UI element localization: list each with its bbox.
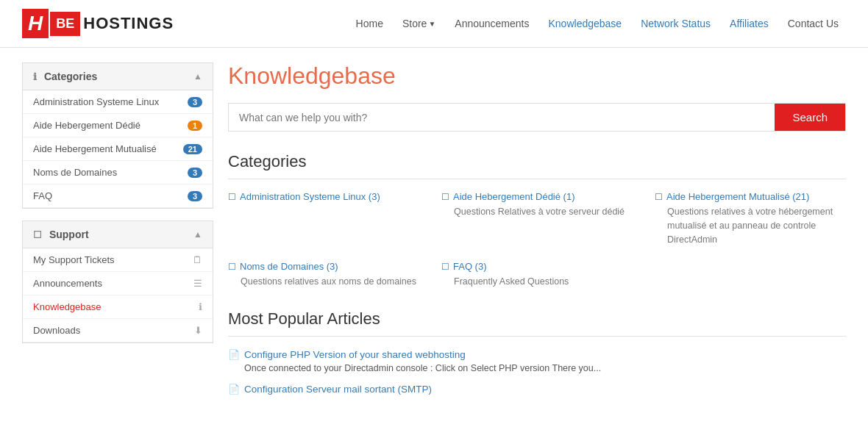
header: H BE HOSTINGS Home Store ▼ Announcements… — [0, 0, 868, 48]
category-icon: ☐ — [441, 262, 449, 272]
support-tickets-label: My Support Tickets — [33, 254, 115, 265]
sidebar-categories-header: ℹ Categories ▲ — [23, 63, 213, 90]
article-content: Configuration Serveur mail sortant (SMTP… — [244, 383, 432, 395]
sidebar-item-domaines[interactable]: Noms de Domaines 3 — [23, 161, 213, 184]
category-faq-link[interactable]: ☐ FAQ (3) — [441, 261, 633, 272]
nav-affiliates[interactable]: Affiliates — [722, 13, 776, 34]
sidebar-support-panel: ☐ Support ▲ My Support Tickets 🗒 Announc… — [22, 220, 213, 343]
category-aide-mutualise-link[interactable]: ☐ Aide Hebergement Mutualisé (21) — [655, 191, 846, 202]
article-item-smtp: 📄 Configuration Serveur mail sortant (SM… — [228, 383, 846, 395]
category-link-text: FAQ (3) — [453, 261, 487, 272]
sidebar-item-badge: 3 — [188, 168, 202, 178]
category-link-text: Aide Hebergement Mutualisé (21) — [666, 191, 809, 202]
sidebar-categories-list: Administration Systeme Linux 3 Aide Hebe… — [23, 90, 213, 208]
category-icon: ☐ — [228, 262, 236, 272]
category-faq: ☐ FAQ (3) Fraquently Asked Questions — [441, 261, 633, 289]
sidebar-item-badge: 1 — [188, 121, 202, 131]
search-input[interactable] — [229, 104, 775, 131]
logo-be: BE — [50, 12, 80, 36]
sidebar-item-label: Noms de Domaines — [33, 167, 117, 178]
sidebar-item-faq[interactable]: FAQ 3 — [23, 184, 213, 208]
categories-grid: ☐ Administration Systeme Linux (3) ☐ Aid… — [228, 191, 846, 289]
chevron-up-icon: ▲ — [193, 71, 202, 82]
search-button[interactable]: Search — [775, 104, 845, 131]
list-icon: ☰ — [193, 278, 202, 289]
category-domaines: ☐ Noms de Domaines (3) Questions relativ… — [228, 261, 419, 289]
category-desc: Questions Relatives à votre serveur dédi… — [441, 205, 633, 219]
category-desc: Questions relatives aux noms de domaines — [228, 275, 419, 289]
sidebar-knowledgebase[interactable]: Knowledgebase ℹ — [23, 295, 213, 319]
category-icon: ☐ — [655, 192, 663, 202]
sidebar-categories-title: Categories — [44, 71, 97, 82]
sidebar-item-badge: 21 — [183, 144, 202, 154]
nav-knowledgebase[interactable]: Knowledgebase — [541, 13, 630, 34]
category-desc: Questions relatives à votre hébergement … — [655, 205, 846, 246]
main-nav: Home Store ▼ Announcements Knowledgebase… — [349, 13, 846, 34]
article-link[interactable]: Configuration Serveur mail sortant (SMTP… — [244, 384, 432, 395]
category-link-text: Administration Systeme Linux (3) — [240, 191, 380, 202]
category-link-text: Aide Hebergement Dédié (1) — [453, 191, 574, 202]
category-desc: Fraquently Asked Questions — [441, 275, 633, 289]
chevron-up-icon-support: ▲ — [193, 229, 202, 240]
category-link-text: Noms de Domaines (3) — [240, 261, 338, 272]
category-icon: ☐ — [441, 192, 449, 202]
sidebar-item-admin-linux[interactable]: Administration Systeme Linux 3 — [23, 90, 213, 114]
announcements-label: Announcements — [33, 278, 102, 289]
category-admin-linux-link[interactable]: ☐ Administration Systeme Linux (3) — [228, 191, 419, 202]
sidebar: ℹ Categories ▲ Administration Systeme Li… — [22, 62, 213, 402]
sidebar-support-title: Support — [49, 229, 89, 240]
support-icon: ☐ — [33, 229, 42, 240]
sidebar-item-label: FAQ — [33, 190, 52, 201]
category-admin-linux: ☐ Administration Systeme Linux (3) — [228, 191, 419, 246]
sidebar-item-badge: 3 — [188, 97, 202, 107]
sidebar-announcements[interactable]: Announcements ☰ — [23, 272, 213, 295]
info-icon: ℹ — [33, 71, 37, 82]
categories-section-title: Categories — [228, 152, 846, 179]
article-link[interactable]: Configure PHP Version of your shared web… — [244, 349, 466, 360]
popular-section: Most Popular Articles 📄 Configure PHP Ve… — [228, 309, 846, 395]
main-content: Knowledgebase Search Categories ☐ Admini… — [228, 62, 846, 402]
article-content: Configure PHP Version of your shared web… — [244, 348, 601, 376]
downloads-label: Downloads — [33, 325, 80, 336]
article-item-php: 📄 Configure PHP Version of your shared w… — [228, 348, 846, 376]
category-icon: ☐ — [228, 192, 236, 202]
logo-text: HOSTINGS — [83, 14, 174, 33]
sidebar-item-aide-dedie[interactable]: Aide Hebergement Dédié 1 — [23, 114, 213, 137]
category-aide-mutualise: ☐ Aide Hebergement Mutualisé (21) Questi… — [655, 191, 846, 246]
sidebar-item-aide-mutualise[interactable]: Aide Hebergement Mutualisé 21 — [23, 137, 213, 161]
sidebar-item-label: Administration Systeme Linux — [33, 96, 159, 107]
ticket-icon: 🗒 — [193, 254, 202, 265]
sidebar-item-label: Aide Hebergement Dédié — [33, 120, 140, 131]
info-circle-icon: ℹ — [199, 301, 202, 312]
logo[interactable]: H BE HOSTINGS — [22, 9, 174, 38]
main-container: ℹ Categories ▲ Administration Systeme Li… — [0, 48, 868, 417]
sidebar-support-tickets[interactable]: My Support Tickets 🗒 — [23, 248, 213, 272]
article-icon: 📄 — [228, 384, 240, 395]
nav-contact-us[interactable]: Contact Us — [780, 13, 846, 34]
download-icon: ⬇ — [194, 325, 202, 336]
nav-home[interactable]: Home — [349, 13, 391, 34]
nav-store[interactable]: Store ▼ — [395, 13, 443, 34]
nav-announcements[interactable]: Announcements — [447, 13, 536, 34]
nav-network-status[interactable]: Network Status — [633, 13, 718, 34]
category-aide-dedie-link[interactable]: ☐ Aide Hebergement Dédié (1) — [441, 191, 633, 202]
article-desc: Once connected to your Directadmin conso… — [244, 362, 601, 376]
sidebar-item-badge: 3 — [188, 191, 202, 201]
category-aide-dedie: ☐ Aide Hebergement Dédié (1) Questions R… — [441, 191, 633, 246]
popular-section-title: Most Popular Articles — [228, 309, 846, 337]
logo-h: H — [22, 9, 49, 38]
sidebar-support-header: ☐ Support ▲ — [23, 221, 213, 248]
article-icon: 📄 — [228, 349, 240, 360]
sidebar-downloads[interactable]: Downloads ⬇ — [23, 319, 213, 342]
knowledgebase-label: Knowledgebase — [33, 301, 102, 312]
chevron-down-icon: ▼ — [428, 20, 435, 28]
page-title: Knowledgebase — [228, 62, 846, 90]
sidebar-item-label: Aide Hebergement Mutualisé — [33, 143, 157, 154]
sidebar-categories-panel: ℹ Categories ▲ Administration Systeme Li… — [22, 62, 213, 209]
search-bar: Search — [228, 103, 846, 132]
category-domaines-link[interactable]: ☐ Noms de Domaines (3) — [228, 261, 419, 272]
